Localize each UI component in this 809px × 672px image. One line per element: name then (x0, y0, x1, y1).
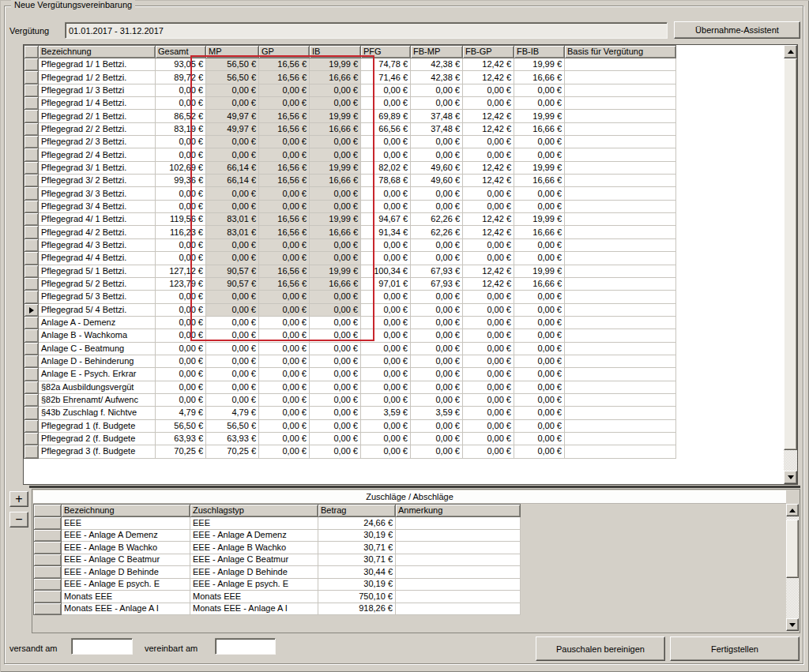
cell[interactable]: 16,66 € (310, 122, 361, 135)
cell[interactable] (565, 58, 676, 71)
cell[interactable]: 0,00 € (310, 355, 361, 367)
cell[interactable]: Anlage B - Wachkoma (39, 329, 156, 342)
row-selector[interactable] (24, 432, 39, 445)
cell[interactable]: 0,00 € (206, 187, 259, 200)
verguetung-input[interactable] (65, 22, 668, 39)
column-header[interactable]: Bezeichnung (62, 505, 190, 517)
cell[interactable]: 0,00 € (514, 136, 565, 148)
cell[interactable]: Anlage A - Demenz (39, 316, 156, 328)
cell[interactable]: 69,89 € (361, 110, 411, 122)
cell[interactable]: 63,93 € (156, 432, 206, 445)
cell[interactable]: 0,00 € (310, 445, 361, 458)
cell[interactable] (565, 161, 676, 174)
cell[interactable]: 12,42 € (463, 226, 514, 238)
cell[interactable]: 0,00 € (259, 342, 310, 355)
row-selector[interactable] (24, 58, 39, 71)
cell[interactable]: 16,56 € (259, 110, 310, 122)
cell[interactable]: 0,00 € (411, 329, 463, 342)
row-selector[interactable] (24, 71, 39, 84)
row-selector[interactable] (24, 368, 39, 381)
cell[interactable]: 0,00 € (361, 368, 411, 381)
cell[interactable]: 0,00 € (463, 368, 514, 381)
cell[interactable]: 0,00 € (514, 419, 565, 432)
cell[interactable]: 0,00 € (463, 342, 514, 355)
cell[interactable]: 0,00 € (206, 368, 259, 381)
cell[interactable]: 0,00 € (361, 84, 411, 96)
cell[interactable]: 0,00 € (310, 342, 361, 355)
cell[interactable]: 19,99 € (514, 265, 565, 277)
cell[interactable]: 0,00 € (206, 148, 259, 161)
cell[interactable]: EEE - Anlage C Beatmur (190, 554, 318, 566)
cell[interactable]: 0,00 € (463, 419, 514, 432)
cell[interactable]: 19,99 € (514, 161, 565, 174)
cell[interactable] (565, 122, 676, 135)
cell[interactable]: 63,93 € (206, 432, 259, 445)
cell[interactable]: Monats EEE - Anlage A I (190, 603, 318, 615)
cell[interactable]: 37,48 € (411, 122, 463, 135)
cell[interactable]: 123,79 € (156, 277, 206, 290)
cell[interactable]: Pflegegrad 2/ 4 Bettzi. (39, 148, 156, 161)
cell[interactable]: 12,42 € (463, 265, 514, 277)
cell[interactable] (565, 200, 676, 212)
cell[interactable]: 16,56 € (259, 213, 310, 226)
cell[interactable]: 66,14 € (206, 175, 259, 187)
row-selector[interactable] (24, 226, 39, 238)
cell[interactable]: Pflegegrad 5/ 3 Bettzi. (39, 291, 156, 303)
add-row-button[interactable]: + (9, 491, 28, 507)
cell[interactable]: 16,56 € (259, 161, 310, 174)
cell[interactable]: 0,00 € (259, 445, 310, 458)
cell[interactable]: 0,00 € (411, 368, 463, 381)
row-selector[interactable] (24, 252, 39, 265)
scroll-down-button[interactable] (784, 471, 797, 484)
cell[interactable]: 16,66 € (514, 277, 565, 290)
cell[interactable]: 0,00 € (463, 200, 514, 212)
cell[interactable]: EEE - Anlage E psych. E (62, 578, 190, 591)
row-selector[interactable] (24, 329, 39, 342)
cell[interactable]: 0,00 € (310, 291, 361, 303)
cell[interactable]: 0,00 € (259, 393, 310, 406)
cell[interactable] (565, 97, 676, 110)
cell[interactable] (396, 542, 521, 554)
column-header[interactable]: PFG (361, 46, 411, 58)
cell[interactable]: 0,00 € (463, 136, 514, 148)
cell[interactable]: 0,00 € (206, 342, 259, 355)
cell[interactable]: 90,57 € (206, 277, 259, 290)
cell[interactable]: 0,00 € (310, 303, 361, 316)
cell[interactable]: 0,00 € (411, 381, 463, 393)
cell[interactable]: Pflegegrad 1 (f. Budgete (39, 419, 156, 432)
panel-splitter[interactable] (29, 486, 800, 488)
cell[interactable] (565, 407, 676, 419)
row-selector[interactable] (34, 517, 62, 530)
cell[interactable]: 0,00 € (463, 329, 514, 342)
uebernahme-assistent-button[interactable]: Übernahme-Assistent (674, 21, 800, 39)
cell[interactable]: 0,00 € (310, 432, 361, 445)
cell[interactable]: 0,00 € (206, 97, 259, 110)
cell[interactable]: 16,66 € (514, 226, 565, 238)
cell[interactable]: 0,00 € (361, 252, 411, 265)
row-selector[interactable] (24, 407, 39, 419)
cell[interactable]: 82,02 € (361, 161, 411, 174)
column-header[interactable]: MP (206, 46, 259, 58)
cell[interactable]: 0,00 € (259, 407, 310, 419)
cell[interactable] (565, 71, 676, 84)
cell[interactable]: 0,00 € (156, 84, 206, 96)
cell[interactable]: Monats EEE (190, 591, 318, 603)
cell[interactable]: 0,00 € (361, 238, 411, 251)
cell[interactable]: 62,26 € (411, 226, 463, 238)
cell[interactable]: 16,56 € (259, 122, 310, 135)
column-header[interactable] (34, 505, 62, 517)
cell[interactable]: Pflegegrad 3/ 3 Bettzi. (39, 187, 156, 200)
cell[interactable] (565, 329, 676, 342)
cell[interactable]: 0,00 € (361, 329, 411, 342)
column-header[interactable]: GP (259, 46, 310, 58)
cell[interactable]: §43b Zuschlag f. Nichtve (39, 407, 156, 419)
cell[interactable]: 0,00 € (514, 342, 565, 355)
cell[interactable]: 30,19 € (318, 578, 396, 591)
cell[interactable]: 19,99 € (514, 213, 565, 226)
cell[interactable] (565, 265, 676, 277)
cell[interactable]: 0,00 € (514, 368, 565, 381)
cell[interactable]: 16,56 € (259, 277, 310, 290)
cell[interactable]: Pflegegrad 1/ 4 Bettzi. (39, 97, 156, 110)
cell[interactable]: 0,00 € (259, 148, 310, 161)
cell[interactable]: 0,00 € (514, 407, 565, 419)
